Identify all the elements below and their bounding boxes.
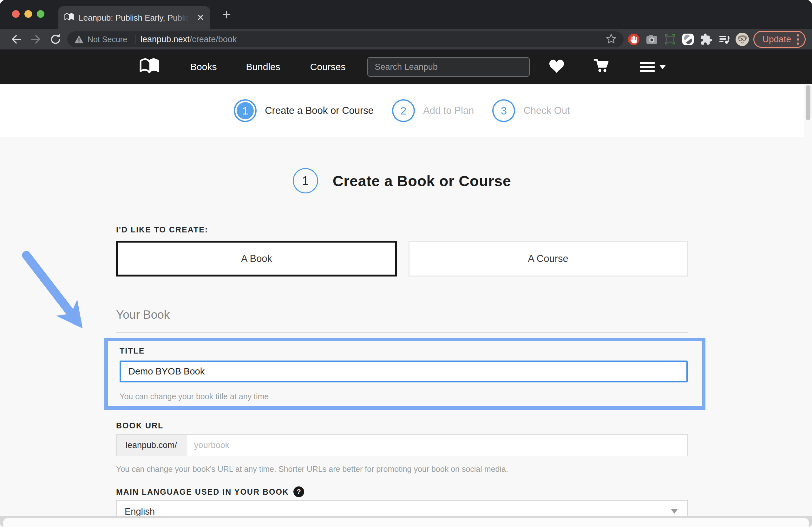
tab-strip: Leanpub: Publish Early, Publish ✕ +: [0, 0, 812, 29]
traffic-lights: [12, 10, 44, 18]
playlist-extension-icon[interactable]: [717, 32, 731, 47]
language-label: MAIN LANGUAGE USED IN YOUR BOOK: [116, 487, 289, 497]
step-3-circle: 3: [492, 99, 515, 122]
book-url-label: BOOK URL: [116, 421, 688, 430]
create-type-label: I'D LIKE TO CREATE:: [116, 225, 688, 234]
nav-link-bundles[interactable]: Bundles: [246, 61, 280, 72]
step-create: 1 Create a Book or Course: [234, 99, 374, 122]
language-label-row: MAIN LANGUAGE USED IN YOUR BOOK ?: [116, 486, 688, 497]
menu-hamburger-icon[interactable]: [639, 61, 666, 73]
reload-button[interactable]: [46, 30, 66, 48]
select-caret-icon: [671, 509, 678, 514]
leanpub-favicon-icon: [64, 13, 74, 23]
scrollbar-thumb[interactable]: [806, 85, 810, 120]
section-divider: [116, 332, 688, 333]
chrome-update-button[interactable]: Update: [753, 31, 806, 48]
nav-link-books[interactable]: Books: [190, 61, 217, 72]
browser-toolbar: Not Secure leanpub.next /create/book: [0, 29, 812, 49]
create-type-options: A Book A Course: [116, 241, 688, 277]
camera-extension-icon[interactable]: [645, 32, 659, 47]
page-title: Create a Book or Course: [333, 172, 511, 190]
section-title: Your Book: [116, 308, 688, 322]
close-window-button[interactable]: [12, 10, 20, 18]
minimize-window-button[interactable]: [25, 10, 32, 18]
step-add-to-plan[interactable]: 2 Add to Plan: [392, 99, 474, 122]
screenshot-extension-icon[interactable]: [663, 32, 677, 47]
not-secure-warning-icon: [74, 35, 84, 44]
title-help-text: You can change your book title at any ti…: [119, 392, 688, 401]
help-question-icon[interactable]: ?: [293, 486, 304, 497]
browser-window: Leanpub: Publish Early, Publish ✕ + Not …: [0, 0, 812, 527]
checkout-stepper: 1 Create a Book or Course 2 Add to Plan …: [0, 84, 804, 137]
forward-button[interactable]: [26, 30, 46, 48]
tab-title-fade: [171, 13, 189, 24]
step-1-circle: 1: [234, 99, 257, 122]
profile-avatar[interactable]: [735, 32, 750, 47]
bookmark-star-icon[interactable]: [606, 33, 617, 45]
adblock-extension-icon[interactable]: [627, 32, 641, 47]
page-content: 1 Create a Book or Course 2 Add to Plan …: [0, 84, 804, 527]
leanpub-logo-icon[interactable]: [139, 58, 160, 76]
url-prefix: leanpub.com/: [117, 435, 187, 456]
menu-kebab-icon[interactable]: [797, 34, 799, 45]
browser-tab[interactable]: Leanpub: Publish Early, Publish ✕: [58, 6, 210, 29]
extensions-puzzle-icon[interactable]: [699, 32, 713, 47]
cart-icon[interactable]: [593, 59, 610, 75]
book-url-group: leanpub.com/: [116, 434, 688, 456]
step-3-label: Check Out: [523, 105, 570, 116]
book-url-help-text: You can change your book’s URL at any ti…: [116, 465, 688, 474]
book-url-input[interactable]: [187, 435, 687, 456]
vertical-scrollbar[interactable]: [804, 84, 812, 527]
not-secure-label: Not Secure: [88, 35, 127, 44]
title-input[interactable]: [119, 361, 688, 382]
back-button[interactable]: [6, 30, 26, 48]
session-extension-icon[interactable]: [681, 32, 695, 47]
bottom-sheet-edge: [2, 517, 810, 527]
heading-step-number: 1: [293, 168, 318, 193]
language-selected-value: English: [125, 507, 155, 516]
new-tab-button[interactable]: +: [222, 7, 231, 22]
leanpub-navbar: Books Bundles Courses: [0, 49, 812, 84]
zoom-window-button[interactable]: [37, 10, 44, 18]
address-bar[interactable]: Not Secure leanpub.next /create/book: [67, 31, 624, 47]
url-path: /create/book: [190, 34, 237, 44]
update-label: Update: [763, 34, 791, 44]
extension-icons: [627, 32, 750, 47]
wishlist-heart-icon[interactable]: [549, 60, 564, 74]
step-2-label: Add to Plan: [423, 105, 474, 116]
search-input[interactable]: [367, 57, 530, 77]
step-check-out[interactable]: 3 Check Out: [492, 99, 570, 122]
step-2-circle: 2: [392, 99, 415, 122]
title-annotation-highlight: TITLE You can change your book title at …: [104, 338, 706, 410]
option-a-course[interactable]: A Course: [408, 241, 688, 277]
omnibox-divider: [135, 34, 135, 44]
title-label: TITLE: [119, 346, 688, 355]
form-content: 1 Create a Book or Course I'D LIKE TO CR…: [116, 168, 688, 527]
option-a-book[interactable]: A Book: [116, 241, 397, 277]
tab-close-icon[interactable]: ✕: [197, 13, 204, 22]
url-host: leanpub.next: [141, 34, 190, 44]
chevron-down-icon: [659, 65, 666, 69]
step-1-label: Create a Book or Course: [265, 105, 374, 116]
page-heading: 1 Create a Book or Course: [116, 168, 688, 193]
nav-link-courses[interactable]: Courses: [310, 61, 346, 72]
